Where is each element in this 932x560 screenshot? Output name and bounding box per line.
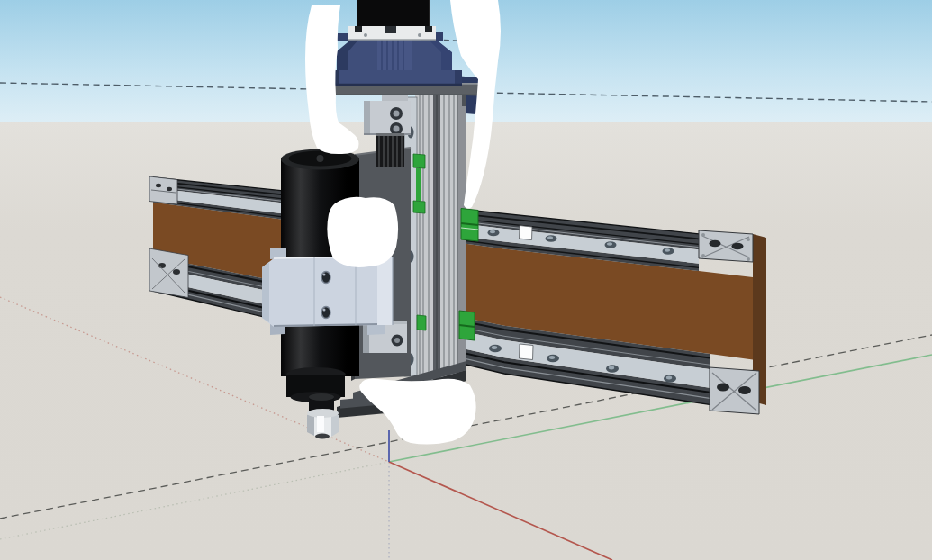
whiteout-blob-middle bbox=[327, 197, 398, 267]
rail-end-block bbox=[520, 226, 533, 240]
coupler-bellows bbox=[376, 133, 404, 167]
stepper-motor[interactable] bbox=[357, 0, 430, 28]
rail-end-block bbox=[520, 344, 534, 360]
3d-viewport[interactable] bbox=[0, 0, 932, 560]
z-column-extrusion[interactable] bbox=[415, 93, 466, 381]
motor-mount[interactable] bbox=[332, 32, 462, 86]
collet-nut[interactable] bbox=[307, 409, 339, 439]
clamp-ear bbox=[270, 248, 286, 259]
motor-flange bbox=[348, 26, 436, 40]
